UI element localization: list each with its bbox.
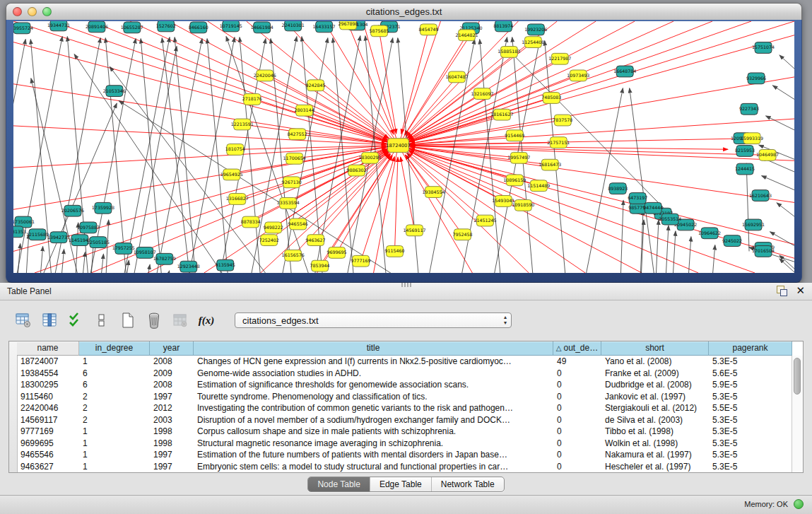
network-node[interactable]: 6473197 xyxy=(628,193,647,204)
table-cell[interactable]: 5.5E-5 xyxy=(709,402,792,414)
table-cell[interactable]: Structural magnetic resonance image aver… xyxy=(194,438,553,450)
network-node[interactable]: 2718176 xyxy=(242,94,262,105)
network-node[interactable]: 17957255 xyxy=(112,243,135,255)
network-node[interactable]: 16648784 xyxy=(613,66,636,77)
network-node[interactable]: 19957497 xyxy=(507,152,530,163)
network-node[interactable]: 13955724 xyxy=(13,23,33,34)
network-node[interactable]: 7952458 xyxy=(452,229,472,240)
network-node[interactable]: 17016504 xyxy=(752,246,775,257)
table-cell[interactable]: Investigating the contribution of common… xyxy=(194,402,553,414)
network-node[interactable]: 16782759 xyxy=(153,253,176,264)
network-node[interactable]: 22420046 xyxy=(254,70,276,81)
table-cell[interactable]: 1 xyxy=(79,461,150,473)
table-cell[interactable]: Nakamura et al. (1997) xyxy=(601,449,709,461)
table-cell[interactable]: 1998 xyxy=(150,438,194,450)
table-cell[interactable]: 5.3E-5 xyxy=(709,356,792,368)
network-node[interactable]: 9465546 xyxy=(288,218,308,230)
table-cell[interactable]: 1997 xyxy=(150,391,194,403)
network-node[interactable]: 12923448 xyxy=(177,261,200,272)
table-cell[interactable]: 2008 xyxy=(150,379,194,391)
network-node[interactable]: 9699695 xyxy=(327,247,347,259)
table-cell[interactable]: 2 xyxy=(79,414,150,426)
table-cell[interactable]: 5.6E-5 xyxy=(709,368,792,380)
function-builder-icon[interactable]: f(x) xyxy=(197,311,216,329)
table-cell[interactable]: 0 xyxy=(553,368,601,380)
network-node[interactable]: 10918590 xyxy=(512,199,534,211)
table-cell[interactable]: 22420046 xyxy=(17,402,79,414)
network-node[interactable]: 10719145 xyxy=(220,21,242,32)
split-divider-grip-icon[interactable] xyxy=(401,283,411,287)
column-header-out_de[interactable]: △out_de… xyxy=(553,341,601,356)
network-node[interactable]: 10464987 xyxy=(756,149,779,160)
network-node[interactable]: 20891406 xyxy=(86,21,108,33)
network-node[interactable]: 19923206 xyxy=(524,24,547,35)
table-cell[interactable]: 5.3E-5 xyxy=(709,414,792,426)
network-node[interactable]: 1527602 xyxy=(156,21,176,32)
table-cell[interactable]: Wolkin et al. (1998) xyxy=(601,438,709,450)
network-node[interactable]: 15751074 xyxy=(752,42,775,54)
table-cell[interactable]: Disruption of a novel member of a sodium… xyxy=(194,414,553,426)
network-node[interactable]: 1810754 xyxy=(225,144,245,156)
network-node[interactable]: 8938923 xyxy=(608,183,628,194)
network-node[interactable]: 19344731 xyxy=(47,21,70,31)
memory-ok-indicator-icon[interactable] xyxy=(794,499,804,509)
table-cell[interactable]: 0 xyxy=(553,426,601,438)
table-cell[interactable]: 1 xyxy=(79,438,150,450)
table-cell[interactable]: Stergiakouli et al. (2012) xyxy=(601,402,709,414)
table-cell[interactable]: Genome-wide association studies in ADHD. xyxy=(194,368,553,380)
network-node[interactable]: 9154469 xyxy=(505,130,524,141)
network-node[interactable]: 18300295 xyxy=(359,152,382,163)
table-cell[interactable]: 0 xyxy=(553,414,601,426)
table-cell[interactable]: 9699695 xyxy=(17,438,79,450)
network-node[interactable]: 20553514 xyxy=(659,214,681,225)
table-row[interactable]: 969969511998Structural magnetic resonanc… xyxy=(17,438,792,450)
network-node[interactable]: 11514489 xyxy=(527,180,550,192)
batch-select-icon[interactable] xyxy=(66,311,85,329)
table-cell[interactable]: 5.3E-5 xyxy=(709,449,792,461)
table-cell[interactable]: Dudbridge et al. (2008) xyxy=(601,379,709,391)
network-node[interactable]: 16816473 xyxy=(539,159,561,170)
table-cell[interactable]: 5.3E-5 xyxy=(709,438,792,450)
network-node[interactable]: 2803144 xyxy=(295,105,314,116)
network-node[interactable]: 21464821 xyxy=(455,30,478,41)
table-cell[interactable]: 9777169 xyxy=(17,426,79,438)
network-node[interactable]: 13216097 xyxy=(471,88,493,100)
table-cell[interactable]: 18724007 xyxy=(17,356,79,368)
table-cell[interactable]: 2 xyxy=(79,402,150,414)
network-node[interactable]: 10975887 xyxy=(77,222,100,233)
network-node[interactable]: 9135945 xyxy=(216,259,235,271)
table-cell[interactable]: Estimation of significance thresholds fo… xyxy=(194,379,553,391)
network-node[interactable]: 9267130 xyxy=(282,177,302,188)
table-cell[interactable]: 2 xyxy=(79,391,150,403)
table-cell[interactable]: Corpus callosum shape and size in male p… xyxy=(194,426,553,438)
table-cell[interactable]: 1997 xyxy=(150,449,194,461)
network-node[interactable]: 17359928 xyxy=(92,202,114,214)
table-cell[interactable]: 49 xyxy=(553,356,601,368)
network-node[interactable]: 10973493 xyxy=(567,70,589,81)
table-row[interactable]: 2242004622012Investigating the contribut… xyxy=(17,402,792,414)
table-cell[interactable]: Yano et al. (2008) xyxy=(601,356,709,368)
network-canvas[interactable]: 1395572419344731208914061065528715276028… xyxy=(13,21,794,273)
table-cell[interactable]: 1 xyxy=(79,356,150,368)
table-cell[interactable]: 2008 xyxy=(150,356,194,368)
network-node[interactable]: 21053346 xyxy=(103,86,126,97)
network-node[interactable]: 12217987 xyxy=(548,53,571,64)
table-row[interactable]: 1872400712008Changes of HCN gene express… xyxy=(17,356,792,368)
network-node[interactable]: 16210643 xyxy=(749,190,772,201)
table-cell[interactable]: 0 xyxy=(553,379,601,391)
table-row[interactable]: 1830029562008Estimation of significance … xyxy=(17,379,792,391)
network-node[interactable]: 10655287 xyxy=(121,22,143,33)
table-select-dropdown[interactable]: citations_edges.txt ▴▾ xyxy=(235,313,512,328)
table-row[interactable]: 946554611997Estimation of the future num… xyxy=(17,449,792,461)
network-node[interactable]: 13942737 xyxy=(47,232,70,243)
network-node[interactable]: 9227343 xyxy=(739,103,759,115)
network-window-titlebar[interactable]: citations_edges.txt xyxy=(6,3,802,21)
table-cell[interactable]: Embryonic stem cells: a model to study s… xyxy=(194,461,553,473)
table-cell[interactable]: 1 xyxy=(79,426,150,438)
network-node[interactable]: 8813974 xyxy=(493,21,513,32)
table-cell[interactable]: 1997 xyxy=(150,461,194,473)
network-node[interactable]: 19654925 xyxy=(220,169,243,180)
vertical-scrollbar[interactable] xyxy=(792,356,803,472)
table-cell[interactable]: 0 xyxy=(553,402,601,414)
scrollbar-thumb[interactable] xyxy=(794,358,801,395)
